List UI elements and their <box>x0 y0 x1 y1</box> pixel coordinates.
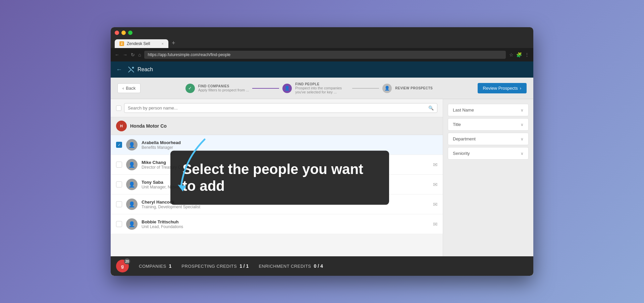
menu-icon[interactable]: ⋮ <box>525 52 529 57</box>
person-row[interactable]: ✓ 👤 Arabella Moorhead Benefits Manager <box>111 135 443 155</box>
home-button[interactable]: ⌂ <box>138 52 141 57</box>
reload-button[interactable]: ↻ <box>131 52 135 57</box>
person-info-4: Cheryl Hancock Training, Development Spe… <box>142 200 429 209</box>
summary-companies-value: 1 <box>169 263 172 269</box>
summary-item-prospecting: PROSPECTING CREDITS 1 / 1 <box>181 263 249 269</box>
tab-title: Zendesk Sell <box>127 41 150 46</box>
step-find-companies-desc: Apply filters to prospect from ... <box>198 88 249 92</box>
step-find-companies: ✓ FIND COMPANIES Apply filters to prospe… <box>185 84 249 93</box>
badge-letter: g <box>121 264 124 269</box>
person-info-3: Tony Saba Unit Manager, Network Services <box>142 180 429 189</box>
person-name-1: Arabella Moorhead <box>142 140 437 145</box>
summary-badge: g 20 <box>116 260 129 272</box>
back-chevron-icon: ‹ <box>122 86 124 91</box>
back-nav-button[interactable]: ← <box>115 52 119 57</box>
filter-group-seniority-header[interactable]: Seniority ∨ <box>448 147 528 159</box>
extensions-icon[interactable]: 🧩 <box>516 52 522 57</box>
person-avatar-5: 👤 <box>126 218 138 230</box>
close-button[interactable] <box>115 31 119 35</box>
company-header: H Honda Motor Co <box>111 117 443 135</box>
new-tab-button[interactable]: + <box>169 38 178 48</box>
filter-department-chevron: ∨ <box>521 137 524 141</box>
filter-group-seniority: Seniority ∨ <box>448 147 529 160</box>
person-name-5: Bobbie Trittschuh <box>142 219 429 224</box>
filter-lastname-chevron: ∨ <box>521 108 524 113</box>
forward-nav-button[interactable]: → <box>123 52 127 57</box>
company-name: Honda Motor Co <box>130 123 167 129</box>
address-input[interactable] <box>144 51 506 59</box>
filter-group-title: Title ∨ <box>448 118 529 131</box>
app-name: Reach <box>138 67 153 73</box>
email-icon-2: ✉ <box>433 162 437 168</box>
summary-prospecting-value: 1 / 1 <box>239 263 249 269</box>
bottom-summary: g 20 COMPANIES 1 PROSPECTING CREDITS 1 /… <box>111 256 533 276</box>
person-row[interactable]: 👤 Cheryl Hancock Training, Development S… <box>111 194 443 214</box>
filter-group-department-header[interactable]: Department ∨ <box>448 133 528 145</box>
person-row[interactable]: 👤 Bobbie Trittschuh Unit Lead, Foundatio… <box>111 214 443 234</box>
search-input[interactable] <box>128 105 426 111</box>
person-row[interactable]: 👤 Tony Saba Unit Manager, Network Servic… <box>111 175 443 194</box>
step-find-companies-label: FIND COMPANIES <box>198 84 249 88</box>
minimize-button[interactable] <box>121 31 126 35</box>
step-find-people-circle: 👤 <box>282 84 292 93</box>
step-find-people: 👤 FIND PEOPLE Prospect into the companie… <box>282 82 349 94</box>
people-list: 🔍 H Honda Motor Co ✓ 👤 Arabella Moorhead <box>111 99 443 256</box>
app-back-arrow[interactable]: ← <box>116 66 122 73</box>
app-header: ← Reach <box>111 61 533 78</box>
search-icon: 🔍 <box>428 105 434 111</box>
step-find-people-label: FIND PEOPLE <box>295 82 349 86</box>
filter-title-label: Title <box>453 122 461 127</box>
summary-enrichment-value: 0 / 4 <box>314 263 323 269</box>
summary-companies-label: COMPANIES <box>139 264 166 269</box>
person-name-2: Mike Chang <box>142 160 429 165</box>
person-checkbox-3[interactable] <box>116 181 122 187</box>
filter-group-lastname-header[interactable]: Last Name ∨ <box>448 104 528 116</box>
filter-title-chevron: ∨ <box>521 122 524 127</box>
person-info-1: Arabella Moorhead Benefits Manager <box>142 140 437 150</box>
review-prospects-button[interactable]: Review Prospects › <box>478 83 527 93</box>
steps-container: ✓ FIND COMPANIES Apply filters to prospe… <box>141 82 477 94</box>
app-content: ← Reach ‹ Back ✓ FIND COMPANIES <box>111 61 533 276</box>
summary-enrichment-label: ENRICHMENT CREDITS <box>259 264 311 269</box>
person-title-4: Training, Development Specialist <box>142 205 429 209</box>
step-review-prospects-circle: 👤 <box>382 84 392 93</box>
step-review-prospects-label: REVIEW PROSPECTS <box>395 86 433 90</box>
bookmark-icon[interactable]: ☆ <box>509 52 514 57</box>
person-checkbox-1[interactable]: ✓ <box>116 142 122 148</box>
filter-group-department: Department ∨ <box>448 133 529 145</box>
badge-count: 20 <box>124 258 130 264</box>
company-logo: H <box>116 121 127 131</box>
address-actions: ☆ 🧩 ⋮ <box>509 52 529 57</box>
browser-window: Z Zendesk Sell × + ← → ↻ ⌂ ☆ 🧩 ⋮ ← <box>111 27 533 276</box>
select-all-checkbox[interactable] <box>116 105 121 111</box>
reach-logo-icon <box>127 66 135 73</box>
search-input-wrap: 🔍 <box>124 103 437 113</box>
traffic-lights <box>115 31 529 35</box>
search-bar: 🔍 <box>111 99 443 117</box>
filter-group-lastname: Last Name ∨ <box>448 104 529 116</box>
person-checkbox-5[interactable] <box>116 221 122 227</box>
step-find-companies-circle: ✓ <box>185 84 195 93</box>
person-checkbox-4[interactable] <box>116 201 122 207</box>
person-avatar-3: 👤 <box>126 179 138 190</box>
back-button[interactable]: ‹ Back <box>117 83 141 93</box>
maximize-button[interactable] <box>128 31 132 35</box>
filter-seniority-label: Seniority <box>453 151 470 156</box>
person-checkbox-2[interactable] <box>116 162 122 168</box>
step-find-companies-info: FIND COMPANIES Apply filters to prospect… <box>198 84 249 92</box>
person-title-5: Unit Lead, Foundations <box>142 224 429 229</box>
filter-department-label: Department <box>453 136 476 141</box>
filter-group-title-header[interactable]: Title ∨ <box>448 119 528 130</box>
step-connector-1 <box>252 88 279 89</box>
filter-panel: Last Name ∨ Title ∨ Department ∨ <box>443 99 533 256</box>
tab-close-icon[interactable]: × <box>162 42 164 46</box>
person-title-1: Benefits Manager <box>142 145 437 150</box>
address-bar: ← → ↻ ⌂ ☆ 🧩 ⋮ <box>111 48 533 61</box>
person-row[interactable]: 👤 Mike Chang Director of Treasury Operat… <box>111 155 443 175</box>
filter-lastname-label: Last Name <box>453 107 474 113</box>
active-tab[interactable]: Z Zendesk Sell × <box>115 39 168 48</box>
step-wizard: ‹ Back ✓ FIND COMPANIES Apply filters to… <box>111 78 533 99</box>
person-avatar-2: 👤 <box>126 159 138 170</box>
header-logo: Reach <box>127 66 153 73</box>
person-avatar-1: 👤 <box>126 139 138 150</box>
